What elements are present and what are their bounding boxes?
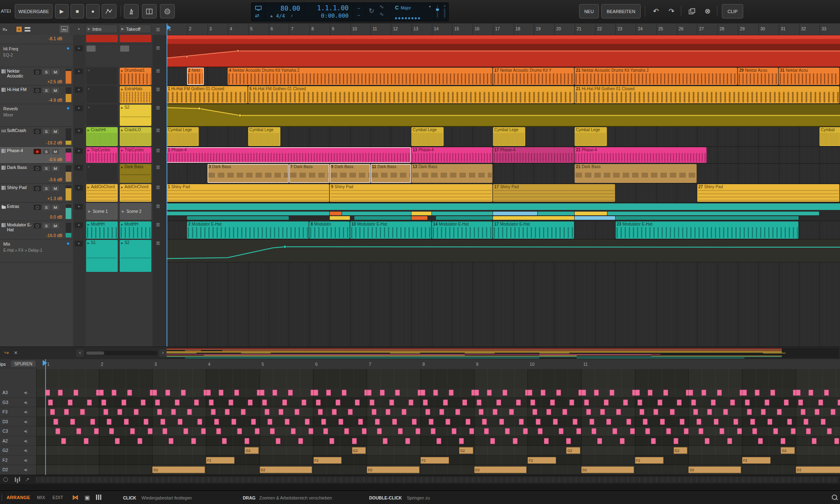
lane-menu-icon[interactable]: ≣ [156,26,160,32]
note[interactable] [527,390,532,396]
key-segment[interactable]: C Major ▼ [392,3,434,21]
bass-note-g2[interactable]: G2 [566,447,580,454]
bass-note-d2[interactable]: D2 [474,466,527,473]
note[interactable] [673,438,678,444]
tab-mix[interactable]: MIX [37,495,45,500]
play-button[interactable]: ▶ [55,4,68,18]
note[interactable] [831,409,835,415]
note[interactable] [606,419,611,425]
scrollbar-track[interactable] [85,351,158,355]
arranger-clip-31-nektar-acou[interactable]: 31Nektar Acou [779,68,840,85]
note[interactable] [604,399,609,406]
note[interactable] [103,409,108,415]
position-segment[interactable]: 1.1.1.00 0:00.000 [305,3,353,21]
note[interactable] [612,428,617,434]
note[interactable] [383,438,388,444]
note[interactable] [600,409,605,415]
bass-note-g2[interactable]: G2 [673,447,688,454]
note[interactable] [209,399,214,406]
automation-write-button[interactable] [102,4,116,18]
note[interactable] [191,438,196,444]
cancel-button[interactable]: ⊗ [701,4,714,18]
snap-icon[interactable] [3,477,8,482]
note[interactable] [541,390,546,396]
lane-menu-icon[interactable]: ≣ [156,128,160,133]
solo-button[interactable]: S [43,149,50,154]
speaker-icon[interactable]: ◀) [24,449,27,452]
track-list-menu-icon[interactable]: ≡▾ [2,26,7,32]
note[interactable] [806,428,811,434]
mute-button[interactable]: M [52,166,59,171]
arranger-clip-9-dark-bass[interactable]: 9Dark Bass [330,164,370,183]
arranger-clip-23-modulator-e-hat[interactable]: 23Modulator E-Hat [616,221,799,239]
note[interactable] [282,399,287,406]
note[interactable] [178,419,183,425]
note[interactable] [301,399,306,406]
playhead-marker[interactable] [167,25,171,30]
group-scene-slot[interactable]: ▶Scene 2 [120,203,151,220]
note[interactable] [395,390,400,396]
note[interactable] [423,399,428,406]
follow-playback-icon[interactable]: ↪ [4,349,9,356]
arranger-clip-1-phase-4[interactable]: 1Phase-4 [167,147,411,163]
file-menu[interactable]: ATEI [1,9,11,14]
scroll-right-button[interactable]: › [159,349,167,357]
note[interactable] [616,409,621,415]
timesig-value[interactable]: 4/4 [276,13,285,19]
note[interactable] [386,409,390,415]
note[interactable] [818,399,823,406]
note[interactable] [594,390,599,396]
speaker-icon[interactable]: ◀) [24,468,27,472]
note[interactable] [55,428,60,434]
note[interactable] [777,409,782,415]
note[interactable] [175,399,180,406]
note[interactable] [144,419,148,425]
mini-fader-handle[interactable] [436,9,439,11]
speaker-icon[interactable]: ◀) [24,420,27,424]
note[interactable] [490,438,495,444]
note[interactable] [308,428,313,434]
solo-button[interactable]: S [43,69,50,75]
note[interactable] [730,399,735,406]
note[interactable] [398,428,403,434]
key-value[interactable]: C [395,5,399,11]
note[interactable] [127,390,132,396]
scale-arrow-icon[interactable]: ↗ [25,477,30,482]
bass-note-f2[interactable]: F2 [742,457,771,464]
note[interactable] [499,419,504,425]
note[interactable] [415,428,420,434]
note[interactable] [237,428,242,434]
note[interactable] [160,419,165,425]
neu-button[interactable]: NEU [579,4,599,18]
clip-stop-button[interactable]: ■ [75,87,83,93]
scene-play-icon[interactable]: ▶ [121,27,124,31]
note[interactable] [348,409,353,415]
launcher-clip-addonchord[interactable]: ▶AddOnChord [120,184,151,202]
automation-indicator-dot[interactable] [66,47,70,50]
note[interactable] [455,409,460,415]
note[interactable] [392,419,397,425]
note[interactable] [445,419,450,425]
note[interactable] [162,428,167,434]
note[interactable] [244,438,249,444]
note[interactable] [321,419,326,425]
arranger-clip-17-modulator-e-hat[interactable]: 17Modulator E-Hat [493,221,574,239]
note[interactable] [70,419,75,425]
note[interactable] [719,428,724,434]
lane-menu-icon[interactable]: ≣ [156,105,160,110]
note[interactable] [262,399,267,406]
note[interactable] [482,419,487,425]
note[interactable] [474,390,479,396]
scene-play-icon[interactable]: ▶ [88,27,90,31]
note[interactable] [367,390,372,396]
solo-button[interactable]: S [43,166,50,171]
note[interactable] [459,438,464,444]
empty-clip-slot[interactable]: ■ [86,164,118,182]
note[interactable] [589,419,594,425]
note[interactable] [211,409,216,415]
note[interactable] [291,428,296,434]
mute-button[interactable]: M [52,186,59,191]
clip-stop-button[interactable]: ■ [75,241,83,246]
groove-button[interactable] [160,4,175,18]
note[interactable] [141,399,146,406]
